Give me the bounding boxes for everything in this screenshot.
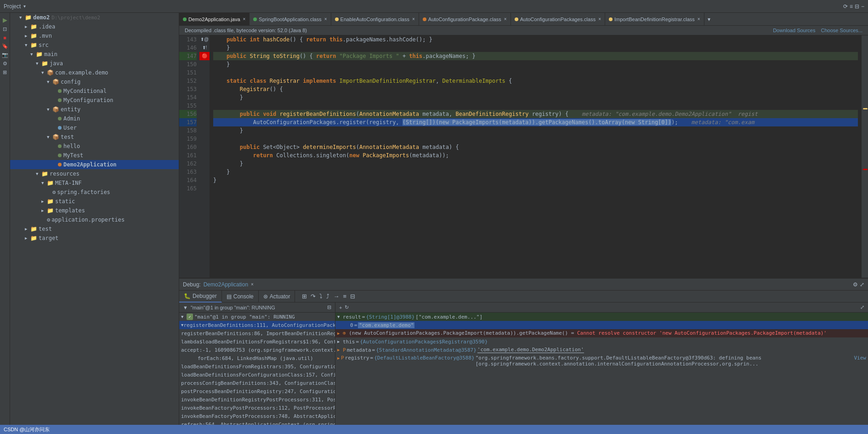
thread-filter-label: "main"@1 in group "main": RUNNING xyxy=(191,305,275,310)
tree-item-main[interactable]: ▼ 📁 main xyxy=(10,50,179,59)
download-sources-link[interactable]: Download Sources xyxy=(773,28,815,33)
step-over-icon[interactable]: ↷ xyxy=(309,293,317,300)
settings-debug-icon[interactable]: ⚙ xyxy=(853,281,858,288)
tree-item-com-example[interactable]: ▼ 📦 com.example.demo xyxy=(10,68,179,77)
terminal-icon[interactable]: ⊞ xyxy=(3,69,7,75)
tree-item-app-properties[interactable]: ⚙ application.properties xyxy=(10,215,179,224)
tab-close-3[interactable]: × xyxy=(412,17,415,22)
frame-5[interactable]: forEach:684, LinkedHashMap (java.util) xyxy=(179,354,335,362)
tree-item-demo2app[interactable]: Demo2Application xyxy=(10,160,179,169)
frame-13[interactable]: refresh:564, AbstractApplicationContext … xyxy=(179,420,335,425)
var-registry[interactable]: ▶ P registry = {DefaultListableBeanFacto… xyxy=(335,354,868,368)
var-result[interactable]: ▼ result = {String[1]@3988} ["com.exampl… xyxy=(335,313,868,321)
tree-item-templates[interactable]: ▶ 📁 templates xyxy=(10,206,179,215)
tree-item-config[interactable]: ▼ 📦 config xyxy=(10,77,179,86)
restore-watches-icon[interactable]: ↻ xyxy=(345,304,349,310)
tree-item-java[interactable]: ▼ 📁 java xyxy=(10,59,179,68)
filter-settings-icon[interactable]: ⊟ xyxy=(327,304,331,310)
collapse-all-icon[interactable]: ⤢ xyxy=(860,304,864,310)
filter-threads-icon[interactable]: ▼ xyxy=(183,305,188,310)
frame-12[interactable]: invokeBeanFactoryPostProcessors:748, Abs… xyxy=(179,412,335,420)
tree-item-admin[interactable]: Admin xyxy=(10,114,179,123)
var-error-line[interactable]: ▶ ⊕ (new AutoConfigurationPackages.Packa… xyxy=(335,329,868,337)
stop-icon[interactable]: ■ xyxy=(3,35,6,40)
tab-console[interactable]: ▤ Console xyxy=(222,291,259,303)
tree-item-meta-inf[interactable]: ▼ 📁 META-INF xyxy=(10,178,179,188)
run-to-cursor-icon[interactable]: → xyxy=(332,293,340,300)
var-this[interactable]: ▶ this = {AutoConfigurationPackages$Regi… xyxy=(335,337,868,346)
var-metadata[interactable]: ▶ P metadata = {StandardAnnotationMetada… xyxy=(335,346,868,354)
tree-item-target[interactable]: ▶ 📁 target xyxy=(10,234,179,243)
tree-item-user[interactable]: User xyxy=(10,123,179,132)
frame-2[interactable]: registerBeanDefinitions:86, ImportBeanDe… xyxy=(179,329,335,337)
bookmark-icon[interactable]: 🔖 xyxy=(2,43,8,49)
tree-item-resources[interactable]: ▼ 📁 resources xyxy=(10,169,179,178)
expand-icon[interactable]: ⤢ xyxy=(860,281,864,288)
tree-item-entity[interactable]: ▼ 📦 entity xyxy=(10,105,179,114)
tree-item-test-folder[interactable]: ▶ 📁 test xyxy=(10,224,179,234)
tree-icon[interactable]: ≡ xyxy=(850,3,853,10)
frame-register-bean[interactable]: ▼ registerBeanDefinitions:111, AutoConfi… xyxy=(179,321,335,329)
minus-icon[interactable]: − xyxy=(861,3,864,10)
tab-close-1[interactable]: × xyxy=(243,17,246,22)
tab-close-4[interactable]: × xyxy=(504,17,507,22)
frame-10[interactable]: invokeBeanDefinitionRegistryPostProcesso… xyxy=(179,395,335,404)
debug-label: Debug: xyxy=(183,281,201,288)
tree-item-myconditional[interactable]: MyConditional xyxy=(10,86,179,96)
tree-item-myconfiguration[interactable]: MyConfiguration xyxy=(10,96,179,105)
frame-6[interactable]: loadBeanDefinitionsFromRegistrars:395, C… xyxy=(179,362,335,371)
frame-4[interactable]: accept:-1, 1609086753 (org.springframewo… xyxy=(179,346,335,354)
step-out-icon[interactable]: ⤴ xyxy=(325,293,331,300)
frame-7[interactable]: loadBeanDefinitionsForConfigurationClass… xyxy=(179,371,335,379)
tree-item-static[interactable]: ▶ 📁 static xyxy=(10,197,179,206)
var-result-0[interactable]: 0 = "com.example.demo" xyxy=(335,321,868,329)
variables-scroll[interactable]: ▼ result = {String[1]@3988} ["com.exampl… xyxy=(335,313,868,425)
tab-enableauto[interactable]: EnableAutoConfiguration.class × xyxy=(331,13,419,26)
debug-run-icon[interactable]: ⊡ xyxy=(3,26,7,32)
sync-icon[interactable]: ⟳ xyxy=(843,3,848,10)
add-watch-icon[interactable]: + xyxy=(339,305,342,310)
camera-icon[interactable]: 📷 xyxy=(2,52,8,58)
settings-icon[interactable]: ⚙ xyxy=(3,61,7,67)
code-line-146: } xyxy=(213,44,858,52)
tab-autoconfig-pkg[interactable]: AutoConfigurationPackage.class × xyxy=(419,13,511,26)
frame-11[interactable]: invokeBeanFactoryPostProcessors:112, Pos… xyxy=(179,404,335,412)
debug-app-name[interactable]: Demo2Application xyxy=(204,281,248,288)
tab-actuator[interactable]: ⊛ Actuator xyxy=(259,291,295,303)
frames-icon[interactable]: ⊞ xyxy=(301,293,308,300)
tree-item-test-pkg[interactable]: ▼ 📦 test xyxy=(10,132,179,142)
frame-9[interactable]: postProcessBeanDefinitionRegistry:247, C… xyxy=(179,387,335,395)
step-into-icon[interactable]: ⤵ xyxy=(318,293,324,300)
tree-item-src[interactable]: ▼ 📁 src xyxy=(10,40,179,50)
choose-sources-link[interactable]: Choose Sources... xyxy=(821,28,863,33)
filter-icon[interactable]: ⊟ xyxy=(855,3,859,10)
right-scrollbar[interactable] xyxy=(862,35,868,278)
frame-8[interactable]: processConfigBeanDefinitions:343, Config… xyxy=(179,379,335,387)
tab-importbean[interactable]: ImportBeanDefinitionRegistrar.class × xyxy=(605,13,704,26)
tab-close-2[interactable]: × xyxy=(324,17,327,22)
frame-3[interactable]: lambda$loadBeanDefinitionsFromRegistrars… xyxy=(179,337,335,346)
code-content[interactable]: public int hashCode() { return this.pack… xyxy=(210,35,862,278)
tree-item-idea[interactable]: ▶ 📁 .idea xyxy=(10,22,179,31)
tab-close-5[interactable]: × xyxy=(598,17,601,22)
threads-view-icon[interactable]: ⊟ xyxy=(349,293,357,300)
tree-item-mytest[interactable]: MyTest xyxy=(10,151,179,160)
tab-close-6[interactable]: × xyxy=(698,17,700,22)
run-icon[interactable]: ▶ xyxy=(3,17,7,23)
evaluate-icon[interactable]: ≡ xyxy=(341,293,348,300)
tree-scroll[interactable]: ▼ 📁 demo2 D:\project\demo2 ▶ 📁 .idea ▶ � xyxy=(10,13,179,425)
code-editor[interactable]: 143 146 147 150 151 152 153 154 155 156 … xyxy=(179,35,868,278)
tab-springboot[interactable]: SpringBootApplication.class × xyxy=(250,13,331,26)
tree-item-hello[interactable]: hello xyxy=(10,142,179,151)
close-debug-tab-icon[interactable]: × xyxy=(251,282,254,287)
variables-panel: + ↻ ⤢ ▼ result = {String[1]@3988} xyxy=(335,303,868,425)
tab-autoconfig-pkgs[interactable]: AutoConfigurationPackages.class × xyxy=(511,13,605,26)
tab-demo2application[interactable]: Demo2Application.java × xyxy=(179,13,250,26)
tree-item-demo2[interactable]: ▼ 📁 demo2 D:\project\demo2 xyxy=(10,13,179,22)
thread-scroll[interactable]: ▼ ✓ "main"@1 in group "main": RUNNING ▼ … xyxy=(179,313,335,425)
tree-item-mvn[interactable]: ▶ 📁 .mvn xyxy=(10,31,179,40)
tree-item-spring-factories[interactable]: ⚙ spring.factories xyxy=(10,188,179,197)
tab-debugger[interactable]: 🐛 Debugger xyxy=(179,291,222,303)
tabs-overflow-btn[interactable]: ▾ xyxy=(704,16,714,23)
thread-main[interactable]: ▼ ✓ "main"@1 in group "main": RUNNING xyxy=(179,313,335,321)
